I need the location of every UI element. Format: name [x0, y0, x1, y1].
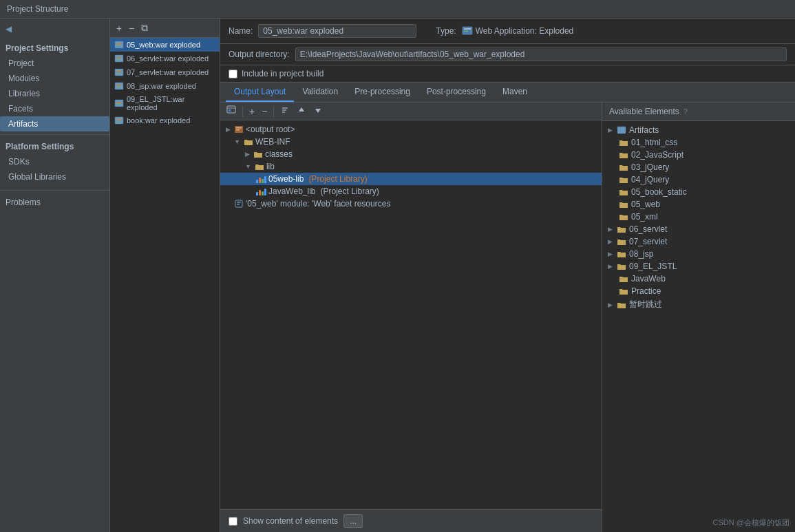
output-dir-label: Output directory:	[229, 50, 290, 59]
artifact-item-2[interactable]: 07_servlet:war exploded	[110, 65, 220, 79]
target-icon	[226, 105, 236, 115]
module-resource-icon	[234, 199, 244, 209]
bottom-bar: Show content of elements ...	[220, 509, 602, 532]
artifact-item-1[interactable]: 06_servlet:war exploded	[110, 52, 220, 65]
expand-icon: ▶	[608, 301, 613, 308]
title-bar-label: Project Structure	[7, 4, 68, 14]
tree-toolbar: + −	[220, 103, 602, 120]
artifact-item-0[interactable]: 05_web:war exploded	[110, 38, 220, 52]
svg-rect-17	[116, 121, 120, 123]
remove-artifact-button[interactable]: −	[127, 22, 136, 34]
folder-icon	[619, 150, 628, 160]
right-tree-item-05xml[interactable]: 05_xml	[602, 211, 795, 223]
right-tree-item-practice[interactable]: Practice	[602, 285, 795, 297]
project-settings-header: Project Settings	[0, 39, 109, 56]
artifact-exploded-icon	[114, 116, 124, 125]
toolbar-separator	[242, 106, 243, 117]
sidebar-item-project[interactable]: Project	[0, 56, 109, 71]
right-tree-item-06[interactable]: ▶ 06_servlet	[602, 223, 795, 235]
artifacts-toolbar: + − ⧉	[110, 19, 220, 38]
sidebar-item-libraries[interactable]: Libraries	[0, 86, 109, 101]
tab-output-layout[interactable]: Output Layout	[226, 83, 294, 102]
more-options-button[interactable]: ...	[343, 514, 363, 528]
artifacts-folder-icon	[617, 125, 626, 135]
tree-item-webinf[interactable]: ▼ WEB-INF	[220, 136, 602, 148]
svg-rect-10	[116, 85, 122, 86]
name-label: Name:	[229, 26, 253, 36]
folder-icon	[617, 300, 626, 310]
include-label: Include in project build	[242, 69, 324, 78]
tabs-row: Output Layout Validation Pre-processing …	[220, 83, 795, 103]
artifact-item-4[interactable]: 09_EL_JSTL:war exploded	[110, 93, 220, 114]
folder-icon	[619, 200, 628, 209]
tree-item-lib[interactable]: ▼ lib	[220, 160, 602, 173]
right-tree-item-javaweb[interactable]: JavaWeb	[602, 273, 795, 285]
move-down-button[interactable]	[311, 105, 325, 118]
svg-rect-16	[116, 119, 122, 120]
svg-rect-9	[115, 83, 123, 89]
artifact-exploded-icon	[114, 98, 124, 108]
output-dir-input[interactable]	[295, 47, 787, 61]
sidebar-item-global-libraries[interactable]: Global Libraries	[0, 169, 109, 184]
svg-rect-33	[237, 202, 241, 203]
type-label: Type:	[436, 26, 456, 36]
right-tree-item-03[interactable]: 03_jQuery	[602, 161, 795, 173]
remove-element-button[interactable]: −	[259, 105, 269, 118]
tab-validation[interactable]: Validation	[294, 83, 346, 102]
expand-icon: ▼	[245, 163, 251, 170]
sidebar-item-modules[interactable]: Modules	[0, 71, 109, 86]
show-content-checkbox[interactable]	[229, 517, 237, 526]
svg-rect-12	[115, 100, 123, 107]
svg-rect-20	[464, 31, 468, 32]
web-app-icon	[462, 25, 473, 36]
right-tree-item-artifacts[interactable]: ▶ Artifacts	[602, 124, 795, 136]
tree-item-05web-lib[interactable]: 05web-lib (Project Library)	[220, 173, 602, 185]
right-tree-item-05book[interactable]: 05_book_static	[602, 186, 795, 198]
tree-item-module-resource[interactable]: '05_web' module: 'Web' facet resources	[220, 198, 602, 210]
svg-rect-6	[115, 69, 123, 76]
right-panel: Available Elements ? ▶ Artifacts	[602, 103, 795, 532]
sidebar-item-sdks[interactable]: SDKs	[0, 154, 109, 169]
sidebar-item-artifacts[interactable]: Artifacts	[0, 116, 109, 131]
artifact-item-3[interactable]: 08_jsp:war exploded	[110, 79, 220, 93]
library-extra-label2: (Project Library)	[320, 187, 379, 196]
add-element-button[interactable]: +	[247, 105, 257, 118]
right-tree-item-01[interactable]: 01_html_css	[602, 136, 795, 149]
folder-open-icon	[255, 162, 264, 171]
tab-maven[interactable]: Maven	[494, 83, 536, 102]
right-tree-item-05web[interactable]: 05_web	[602, 198, 795, 211]
right-tree-content: ▶ Artifacts 01_html_css	[602, 121, 795, 532]
tab-postprocessing[interactable]: Post-processing	[418, 83, 494, 102]
add-artifact-button[interactable]: +	[114, 22, 124, 34]
right-tree-item-02[interactable]: 02_JavaScript	[602, 149, 795, 161]
tree-item-classes[interactable]: ▶ classes	[220, 148, 602, 160]
folder-icon	[617, 262, 626, 271]
copy-artifact-button[interactable]: ⧉	[139, 21, 150, 34]
sort-button[interactable]	[278, 105, 292, 118]
sidebar-item-facets[interactable]: Facets	[0, 101, 109, 116]
folder-icon	[619, 286, 628, 296]
back-button[interactable]: ◀	[0, 21, 109, 36]
name-input[interactable]	[258, 24, 416, 38]
folder-icon	[617, 249, 626, 259]
sidebar-item-problems[interactable]: Problems	[0, 190, 109, 210]
right-tree-item-08[interactable]: ▶ 08_jsp	[602, 248, 795, 260]
expand-icon: ▶	[608, 251, 613, 257]
right-tree-item-04[interactable]: 04_jQuery	[602, 173, 795, 186]
right-tree-item-07[interactable]: ▶ 07_servlet	[602, 235, 795, 248]
right-tree-item-skip[interactable]: ▶ 暂时跳过	[602, 297, 795, 312]
tree-item-output-root[interactable]: ▶ <output root>	[220, 123, 602, 136]
right-tree-item-09[interactable]: ▶ 09_EL_JSTL	[602, 260, 795, 273]
output-dir-row: Output directory:	[220, 44, 795, 65]
artifact-item-5[interactable]: book:war exploded	[110, 114, 220, 127]
include-checkbox[interactable]	[229, 70, 237, 78]
move-up-button[interactable]	[295, 105, 308, 118]
tab-preprocessing[interactable]: Pre-processing	[346, 83, 418, 102]
tree-item-javaweb-lib[interactable]: JavaWeb_lib (Project Library)	[220, 185, 602, 198]
sort-icon	[280, 105, 290, 115]
help-icon[interactable]: ?	[683, 107, 688, 116]
content-split: + −	[220, 103, 795, 532]
artifacts-list-panel: + − ⧉ 05_web:war exploded 06_s	[110, 19, 220, 532]
artifact-exploded-icon	[114, 81, 124, 91]
target-button[interactable]	[224, 105, 238, 118]
